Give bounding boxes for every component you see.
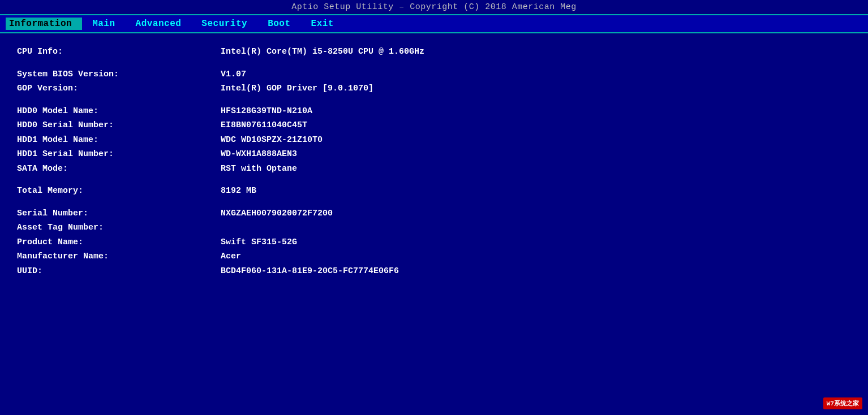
info-value: Intel(R) Core(TM) i5-8250U CPU @ 1.60GHz (221, 45, 424, 59)
info-label: Total Memory: (17, 184, 221, 198)
info-label: GOP Version: (17, 81, 221, 96)
info-label: CPU Info: (17, 45, 221, 59)
menu-item-security[interactable]: Security (191, 18, 257, 30)
info-value: Swift SF315-52G (221, 235, 297, 250)
info-row: UUID:BCD4F060-131A-81E9-20C5-FC7774E06F6 (17, 264, 851, 279)
info-value: RST with Optane (221, 162, 297, 176)
menu-item-information[interactable]: Information (6, 18, 82, 30)
info-label: Manufacturer Name: (17, 249, 221, 264)
info-value: Intel(R) GOP Driver [9.0.1070] (221, 81, 373, 96)
info-value: EI8BN07611040C45T (221, 118, 307, 133)
info-label: UUID: (17, 264, 221, 279)
info-row: HDD1 Model Name:WDC WD10SPZX-21Z10T0 (17, 133, 851, 148)
menu-item-advanced[interactable]: Advanced (126, 18, 192, 30)
info-label: HDD0 Serial Number: (17, 118, 221, 133)
info-row: Asset Tag Number: (17, 221, 851, 235)
info-value: 8192 MB (221, 184, 256, 198)
info-row: Product Name:Swift SF315-52G (17, 235, 851, 250)
info-row: System BIOS Version:V1.07 (17, 67, 851, 82)
info-value: Acer (221, 249, 241, 264)
info-label: HDD1 Model Name: (17, 133, 221, 148)
info-row: Manufacturer Name:Acer (17, 249, 851, 264)
info-value: NXGZAEH0079020072F7200 (221, 206, 333, 221)
info-value: WD-WXH1A888AEN3 (221, 147, 297, 162)
info-label: Serial Number: (17, 206, 221, 221)
title-text: Aptio Setup Utility – Copyright (C) 2018… (291, 2, 577, 12)
menu-item-main[interactable]: Main (82, 18, 125, 30)
menu-item-boot[interactable]: Boot (257, 18, 300, 30)
info-row: Serial Number:NXGZAEH0079020072F7200 (17, 206, 851, 221)
info-row: CPU Info:Intel(R) Core(TM) i5-8250U CPU … (17, 45, 851, 59)
watermark-text: W7系统之家 (827, 400, 859, 407)
info-label: HDD1 Serial Number: (17, 147, 221, 162)
info-row: HDD0 Serial Number:EI8BN07611040C45T (17, 118, 851, 133)
info-label: Asset Tag Number: (17, 221, 221, 235)
info-row: Total Memory:8192 MB (17, 184, 851, 198)
info-row: SATA Mode:RST with Optane (17, 162, 851, 176)
menu-bar: InformationMainAdvancedSecurityBootExit (0, 14, 868, 33)
title-bar: Aptio Setup Utility – Copyright (C) 2018… (0, 0, 868, 14)
info-table: CPU Info:Intel(R) Core(TM) i5-8250U CPU … (17, 45, 851, 278)
content-area: CPU Info:Intel(R) Core(TM) i5-8250U CPU … (0, 33, 868, 289)
info-label: System BIOS Version: (17, 67, 221, 82)
info-value: BCD4F060-131A-81E9-20C5-FC7774E06F6 (221, 264, 399, 279)
info-value: V1.07 (221, 67, 246, 82)
info-value: WDC WD10SPZX-21Z10T0 (221, 133, 323, 148)
info-row: HDD1 Serial Number:WD-WXH1A888AEN3 (17, 147, 851, 162)
menu-item-exit[interactable]: Exit (301, 18, 344, 30)
info-label: SATA Mode: (17, 162, 221, 176)
info-label: HDD0 Model Name: (17, 104, 221, 119)
info-row: GOP Version:Intel(R) GOP Driver [9.0.107… (17, 81, 851, 96)
info-label: Product Name: (17, 235, 221, 250)
watermark: W7系统之家 (823, 397, 862, 409)
info-value: HFS128G39TND-N210A (221, 104, 312, 119)
info-row: HDD0 Model Name:HFS128G39TND-N210A (17, 104, 851, 119)
